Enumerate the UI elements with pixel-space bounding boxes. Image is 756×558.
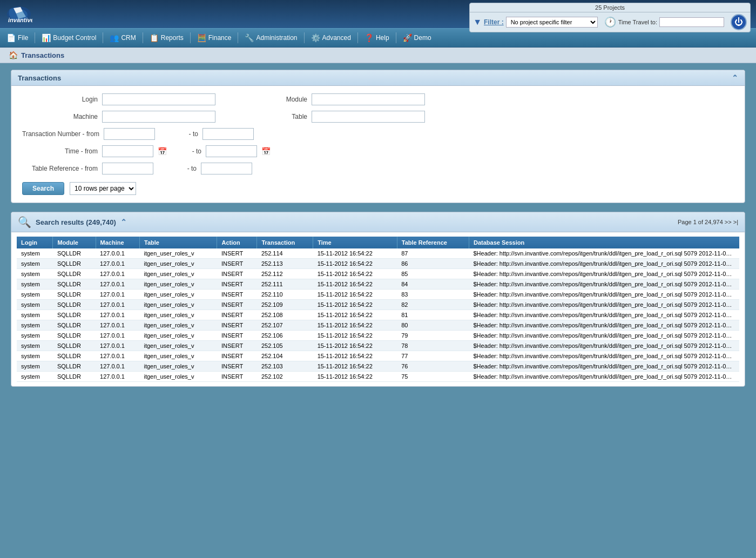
cell-0: system (17, 269, 53, 279)
cell-5: 252.103 (257, 361, 313, 372)
col-header-module: Module (53, 237, 96, 248)
demo-icon: 🚀 (403, 33, 412, 42)
table-row[interactable]: systemSQLLDR127.0.0.1itgen_user_roles_vI… (17, 259, 739, 269)
cell-6: 15-11-2012 16:54:22 (313, 269, 397, 279)
time-to-calendar-icon[interactable]: 📅 (261, 147, 271, 156)
cell-0: system (17, 300, 53, 310)
table-row[interactable]: systemSQLLDR127.0.0.1itgen_user_roles_vI… (17, 279, 739, 290)
cell-1: SQLLDR (53, 279, 96, 290)
time-travel-input[interactable] (659, 17, 724, 27)
cell-1: SQLLDR (53, 372, 96, 382)
cell-2: 127.0.0.1 (96, 279, 139, 290)
menu-item-budget-control[interactable]: 📊 Budget Control (35, 29, 103, 47)
cell-8: $Header: http://svn.invantive.com/repos/… (469, 320, 739, 331)
cell-0: system (17, 341, 53, 351)
menu-item-demo[interactable]: 🚀 Demo (396, 29, 438, 47)
time-to-input[interactable] (206, 145, 257, 157)
table-row[interactable]: systemSQLLDR127.0.0.1itgen_user_roles_vI… (17, 372, 739, 382)
col-header-session: Database Session (469, 237, 739, 248)
table-row[interactable]: systemSQLLDR127.0.0.1itgen_user_roles_vI… (17, 290, 739, 300)
cell-5: 252.109 (257, 300, 313, 310)
table-row[interactable]: systemSQLLDR127.0.0.1itgen_user_roles_vI… (17, 310, 739, 320)
logo-icon: invantive (5, 4, 32, 24)
form-collapse-button[interactable]: ⌃ (732, 73, 738, 82)
time-from-input[interactable] (102, 145, 153, 157)
results-table: Login Module Machine Table Action Transa… (17, 237, 739, 382)
cell-8: $Header: http://svn.invantive.com/repos/… (469, 269, 739, 279)
cell-1: SQLLDR (53, 320, 96, 331)
module-input[interactable] (312, 93, 425, 105)
table-row[interactable]: systemSQLLDR127.0.0.1itgen_user_roles_vI… (17, 341, 739, 351)
tableref-to-input[interactable] (201, 163, 252, 174)
cell-1: SQLLDR (53, 290, 96, 300)
machine-row: Machine (22, 111, 215, 123)
table-row[interactable]: systemSQLLDR127.0.0.1itgen_user_roles_vI… (17, 320, 739, 331)
cell-3: itgen_user_roles_v (140, 331, 217, 341)
col-header-table: Table (140, 237, 217, 248)
tableref-from-input[interactable] (102, 163, 153, 174)
cell-7: 76 (397, 361, 469, 372)
table-row[interactable]: systemSQLLDR127.0.0.1itgen_user_roles_vI… (17, 351, 739, 361)
table-row[interactable]: systemSQLLDR127.0.0.1itgen_user_roles_vI… (17, 331, 739, 341)
budget-icon: 📊 (42, 33, 51, 42)
menu-item-crm[interactable]: 👥 CRM (103, 29, 142, 47)
menu-item-finance[interactable]: 🧮 Finance (191, 29, 238, 47)
cell-6: 15-11-2012 16:54:22 (313, 351, 397, 361)
cell-7: 78 (397, 341, 469, 351)
cell-7: 85 (397, 269, 469, 279)
project-filter-select[interactable]: No project specific filter (506, 17, 598, 28)
results-collapse-button[interactable]: ⌃ (120, 218, 127, 226)
transaction-to-input[interactable] (202, 128, 254, 140)
cell-0: system (17, 310, 53, 320)
cell-7: 86 (397, 259, 469, 269)
table-input[interactable] (312, 111, 425, 123)
home-icon[interactable]: 🏠 (9, 51, 18, 59)
cell-8: $Header: http://svn.invantive.com/repos/… (469, 361, 739, 372)
cell-5: 252.106 (257, 331, 313, 341)
col-header-login: Login (17, 237, 53, 248)
time-travel-label: Time Travel to: (618, 19, 657, 25)
cell-2: 127.0.0.1 (96, 300, 139, 310)
cell-3: itgen_user_roles_v (140, 279, 217, 290)
form-panel-header: Transactions ⌃ (11, 70, 745, 86)
table-row[interactable]: systemSQLLDR127.0.0.1itgen_user_roles_vI… (17, 248, 739, 259)
machine-input[interactable] (102, 111, 215, 123)
results-table-wrapper: Login Module Machine Table Action Transa… (11, 232, 745, 386)
menu-item-reports[interactable]: 📋 Reports (143, 29, 190, 47)
cell-0: system (17, 372, 53, 382)
table-row[interactable]: systemSQLLDR127.0.0.1itgen_user_roles_vI… (17, 300, 739, 310)
time-from-calendar-icon[interactable]: 📅 (158, 147, 167, 156)
menu-item-administration[interactable]: 🔧 Administration (238, 29, 303, 47)
cell-6: 15-11-2012 16:54:22 (313, 259, 397, 269)
transaction-from-label: Transaction Number - from (22, 130, 99, 138)
menu-item-file[interactable]: 📄 File (0, 29, 35, 47)
cell-1: SQLLDR (53, 331, 96, 341)
menu-item-advanced[interactable]: ⚙️ Advanced (305, 29, 357, 47)
cell-8: $Header: http://svn.invantive.com/repos/… (469, 300, 739, 310)
table-row[interactable]: systemSQLLDR127.0.0.1itgen_user_roles_vI… (17, 361, 739, 372)
cell-5: 252.107 (257, 320, 313, 331)
cell-1: SQLLDR (53, 259, 96, 269)
results-title: Search results (249,740) (36, 218, 116, 226)
cell-4: INSERT (217, 372, 257, 382)
table-row[interactable]: systemSQLLDR127.0.0.1itgen_user_roles_vI… (17, 269, 739, 279)
menu-item-help[interactable]: ❓ Help (358, 29, 396, 47)
cell-2: 127.0.0.1 (96, 290, 139, 300)
search-button[interactable]: Search (22, 182, 64, 195)
pagination-info[interactable]: Page 1 of 24,974 >> >| (678, 219, 738, 225)
rows-per-page-select[interactable]: 10 rows per page 25 rows per page 50 row… (70, 182, 136, 195)
login-input[interactable] (102, 93, 215, 105)
transaction-from-input[interactable] (104, 128, 155, 140)
cell-4: INSERT (217, 310, 257, 320)
menu-label-crm: CRM (121, 34, 136, 42)
filter-label[interactable]: Filter : (484, 18, 504, 26)
cell-6: 15-11-2012 16:54:22 (313, 279, 397, 290)
login-row: Login (22, 93, 215, 105)
tableref-from-row: Table Reference - from (22, 163, 153, 174)
menu-label-finance: Finance (208, 34, 232, 42)
cell-5: 252.102 (257, 372, 313, 382)
cell-1: SQLLDR (53, 341, 96, 351)
logo-area: invantive (5, 4, 92, 24)
svg-text:invantive: invantive (8, 17, 32, 23)
power-button[interactable]: ⏻ (731, 14, 747, 30)
